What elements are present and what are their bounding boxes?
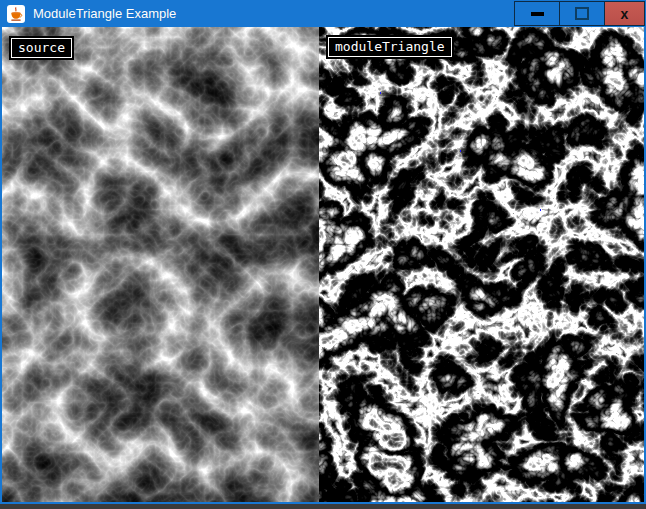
image-content-area: source moduleTriangle	[2, 27, 644, 502]
minimize-icon	[531, 12, 544, 16]
source-noise-image	[2, 27, 319, 502]
desktop-background	[0, 504, 646, 509]
window-controls: x	[515, 1, 645, 26]
source-panel: source	[2, 27, 319, 502]
close-icon: x	[621, 7, 629, 21]
source-label: source	[9, 36, 74, 60]
minimize-button[interactable]	[514, 1, 560, 26]
window-title: ModuleTriangle Example	[33, 6, 176, 21]
maximize-button[interactable]	[559, 1, 605, 26]
maximize-icon	[575, 7, 589, 20]
module-triangle-panel: moduleTriangle	[319, 27, 644, 502]
module-triangle-noise-image	[319, 27, 644, 502]
module-triangle-label: moduleTriangle	[326, 35, 454, 59]
module-triangle-label-text: moduleTriangle	[328, 37, 452, 57]
title-bar[interactable]: ModuleTriangle Example x	[0, 0, 646, 27]
source-label-text: source	[11, 38, 72, 58]
app-window: ModuleTriangle Example x source moduleTr…	[0, 0, 646, 504]
java-coffee-cup-icon	[8, 6, 24, 22]
close-button[interactable]: x	[604, 1, 645, 26]
java-app-icon[interactable]	[7, 5, 25, 23]
